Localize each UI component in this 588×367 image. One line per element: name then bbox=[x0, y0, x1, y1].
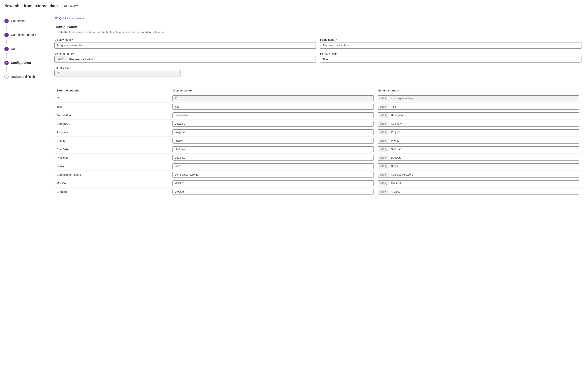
sidebar-label-connection: Connection bbox=[11, 19, 26, 23]
quick-format-bar[interactable]: Quick format names bbox=[54, 17, 581, 20]
plural-name-label: Plural name* bbox=[320, 38, 581, 41]
schema-col-6: crfb6_ bbox=[376, 145, 581, 154]
svg-point-0 bbox=[65, 6, 66, 7]
display-col-6 bbox=[170, 145, 376, 154]
chevron-down-icon: ⌄ bbox=[176, 72, 178, 75]
col-header-schema: Schema name* bbox=[376, 87, 581, 94]
schema-prefix-8: crfb6_ bbox=[378, 164, 389, 169]
schema-input-3[interactable] bbox=[389, 121, 579, 126]
main-content: Quick format names Configuration Update … bbox=[48, 12, 588, 367]
display-name-label: Display name* bbox=[54, 38, 316, 41]
step-circle-review bbox=[4, 75, 9, 79]
schema-prefix-4: crfb6_ bbox=[378, 130, 389, 135]
display-input-2[interactable] bbox=[173, 112, 374, 118]
schema-name-group: Schema name* crfb6_ bbox=[54, 52, 316, 63]
configuration-section: Configuration Update the table name and … bbox=[54, 25, 581, 76]
table-row: Categorycrfb6_ bbox=[54, 120, 581, 128]
preview-icon bbox=[64, 5, 67, 8]
schema-input-4[interactable] bbox=[389, 130, 579, 135]
schema-group-9: crfb6_ bbox=[378, 172, 579, 177]
preview-label: Preview bbox=[68, 4, 78, 8]
quick-format-label: Quick format names bbox=[59, 17, 84, 20]
schema-name-input[interactable] bbox=[67, 56, 315, 62]
table-row: ComplianceAssetIdcrfb6_ bbox=[54, 171, 581, 179]
configuration-title: Configuration bbox=[54, 25, 581, 29]
schema-input-8[interactable] bbox=[389, 164, 579, 169]
display-input-6[interactable] bbox=[173, 146, 374, 152]
schema-group-11: crfb6_ bbox=[378, 189, 579, 194]
sidebar-item-configuration[interactable]: ● Configuration bbox=[0, 58, 48, 67]
table-row: Descriptioncrfb6_ bbox=[54, 111, 581, 120]
display-input-10[interactable] bbox=[173, 180, 374, 186]
external-col-9: ComplianceAssetId bbox=[54, 171, 170, 179]
table-row: Notescrfb6_ bbox=[54, 162, 581, 171]
schema-col-7: crfb6_ bbox=[376, 154, 581, 162]
step-circle-configuration: ● bbox=[4, 60, 9, 65]
schema-prefix: crfb6_ bbox=[55, 56, 67, 62]
table-row: StartDatecrfb6_ bbox=[54, 145, 581, 154]
display-input-3[interactable] bbox=[173, 121, 374, 126]
primary-key-label: Primary key* bbox=[54, 66, 181, 69]
schema-prefix-1: crfb6_ bbox=[378, 104, 389, 109]
sidebar-label-review: Review and finish bbox=[11, 75, 35, 78]
display-input-11[interactable] bbox=[173, 189, 374, 194]
schema-prefix-0: crfb6_ bbox=[378, 96, 389, 101]
table-row: DueDatecrfb6_ bbox=[54, 154, 581, 162]
sidebar-item-review-finish[interactable]: Review and finish bbox=[0, 72, 48, 81]
display-col-7 bbox=[170, 154, 376, 162]
display-col-0 bbox=[170, 94, 376, 103]
schema-col-5: crfb6_ bbox=[376, 137, 581, 145]
external-col-8: Notes bbox=[54, 162, 170, 171]
schema-col-8: crfb6_ bbox=[376, 162, 581, 171]
step-circle-connection-details: ✓ bbox=[4, 33, 9, 37]
schema-col-4: crfb6_ bbox=[376, 128, 581, 137]
schema-input-2[interactable] bbox=[389, 113, 579, 118]
schema-input-9[interactable] bbox=[389, 172, 579, 177]
schema-col-9: crfb6_ bbox=[376, 171, 581, 179]
schema-input-10[interactable] bbox=[389, 181, 579, 186]
schema-input-0[interactable] bbox=[389, 96, 579, 101]
external-col-11: Created bbox=[54, 188, 170, 196]
display-col-2 bbox=[170, 111, 376, 120]
table-row: Createdcrfb6_ bbox=[54, 188, 581, 196]
display-input-9[interactable] bbox=[173, 172, 374, 177]
external-col-3: Category bbox=[54, 120, 170, 128]
display-name-input[interactable] bbox=[54, 42, 316, 49]
col-header-display: Display name* bbox=[170, 87, 376, 94]
plural-name-input[interactable] bbox=[320, 42, 581, 49]
display-input-1[interactable] bbox=[173, 104, 374, 109]
display-col-9 bbox=[170, 171, 376, 179]
schema-input-1[interactable] bbox=[389, 104, 579, 109]
sidebar-item-data[interactable]: ✓ Data bbox=[0, 44, 48, 53]
display-input-8[interactable] bbox=[173, 163, 374, 169]
display-col-5 bbox=[170, 137, 376, 145]
page-title: New table from external data bbox=[4, 4, 58, 8]
primary-key-group: Primary key* ID ⌄ bbox=[54, 66, 181, 76]
schema-group-6: crfb6_ bbox=[378, 146, 579, 152]
external-col-2: Description bbox=[54, 111, 170, 120]
primary-field-label: Primary field* bbox=[320, 52, 581, 55]
display-input-0[interactable] bbox=[173, 95, 374, 101]
schema-input-7[interactable] bbox=[389, 155, 579, 160]
external-col-10: Modified bbox=[54, 179, 170, 188]
sidebar-item-connection-details[interactable]: ✓ Connection details bbox=[0, 31, 48, 39]
display-input-7[interactable] bbox=[173, 155, 374, 160]
sidebar-item-connection[interactable]: ✓ Connection bbox=[0, 17, 48, 25]
primary-field-input[interactable] bbox=[320, 56, 581, 63]
schema-prefix-6: crfb6_ bbox=[378, 147, 389, 152]
schema-col-1: crfb6_ bbox=[376, 103, 581, 111]
preview-button[interactable]: Preview bbox=[61, 3, 81, 9]
display-input-4[interactable] bbox=[173, 129, 374, 135]
schema-group-8: crfb6_ bbox=[378, 163, 579, 169]
schema-input-5[interactable] bbox=[389, 138, 579, 143]
schema-group-3: crfb6_ bbox=[378, 121, 579, 126]
primary-key-select[interactable]: ID ⌄ bbox=[54, 70, 181, 76]
step-circle-data: ✓ bbox=[4, 47, 9, 51]
sidebar: ✓ Connection ✓ Connection details ✓ Data… bbox=[0, 12, 48, 367]
table-row: Prioritycrfb6_ bbox=[54, 137, 581, 145]
configuration-desc: Update the table name and details of the… bbox=[54, 31, 581, 34]
schema-group-7: crfb6_ bbox=[378, 155, 579, 160]
schema-input-6[interactable] bbox=[389, 147, 579, 152]
display-input-5[interactable] bbox=[173, 138, 374, 143]
schema-input-11[interactable] bbox=[389, 189, 579, 194]
